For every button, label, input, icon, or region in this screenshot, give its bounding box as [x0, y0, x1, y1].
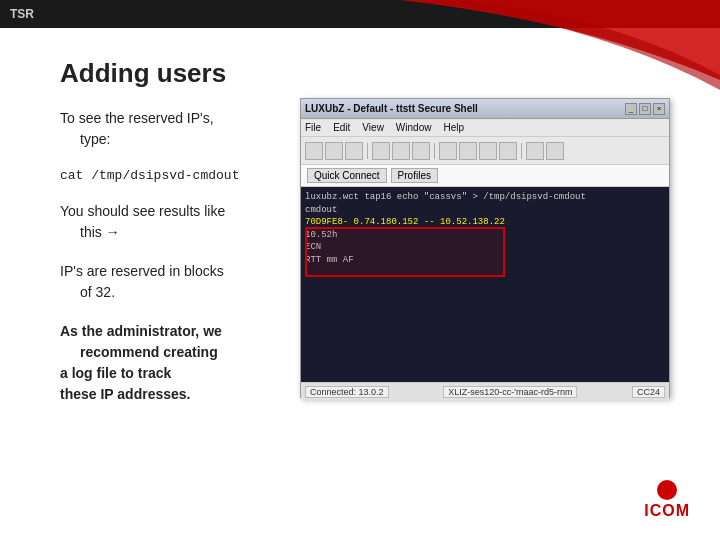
toolbar-separator-3 [521, 143, 522, 159]
toolbar-btn-4[interactable] [372, 142, 390, 160]
toolbar-btn-5[interactable] [392, 142, 410, 160]
highlight-box [305, 227, 505, 277]
icom-logo: ICOM [644, 480, 690, 520]
command-text: cat /tmp/dsipsvd-cmdout [60, 168, 239, 183]
icom-text: ICOM [644, 502, 690, 520]
toolbar-btn-11[interactable] [526, 142, 544, 160]
toolbar-separator-1 [367, 143, 368, 159]
terminal-address-bar: Quick Connect Profiles [301, 165, 669, 187]
profiles-button[interactable]: Profiles [391, 168, 438, 183]
menu-window[interactable]: Window [396, 122, 432, 133]
toolbar-btn-10[interactable] [499, 142, 517, 160]
reserved-ips-type: type: [80, 131, 110, 147]
left-panel: To see the reserved IP's, type: cat /tmp… [60, 108, 330, 423]
reserved-ips-text: To see the reserved IP's, [60, 110, 214, 126]
status-session: XLIZ-ses120-cc-'maac-rd5-rnm [443, 386, 577, 398]
results-this: this → [80, 224, 120, 240]
toolbar-btn-7[interactable] [439, 142, 457, 160]
terminal-toolbar [301, 137, 669, 165]
menu-edit[interactable]: Edit [333, 122, 350, 133]
ip-blocks-text: IP's are reserved in blocks [60, 263, 224, 279]
menu-file[interactable]: File [305, 122, 321, 133]
menu-help[interactable]: Help [443, 122, 464, 133]
terminal-line-1: luxubz.wct tap16 echo "cassvs" > /tmp/ds… [305, 191, 665, 204]
toolbar-btn-2[interactable] [325, 142, 343, 160]
toolbar-separator-2 [434, 143, 435, 159]
terminal-body: luxubz.wct tap16 echo "cassvs" > /tmp/ds… [301, 187, 669, 382]
toolbar-btn-1[interactable] [305, 142, 323, 160]
terminal-titlebar: LUXUbZ - Default - ttstt Secure Shell _ … [301, 99, 669, 119]
toolbar-btn-8[interactable] [459, 142, 477, 160]
ip-blocks-block: IP's are reserved in blocks of 32. [60, 261, 330, 303]
toolbar-btn-12[interactable] [546, 142, 564, 160]
main-content: Adding users To see the reserved IP's, t… [0, 28, 720, 540]
results-text: You should see results like [60, 203, 225, 219]
terminal-window: LUXUbZ - Default - ttstt Secure Shell _ … [300, 98, 670, 398]
reserved-ips-block: To see the reserved IP's, type: [60, 108, 330, 150]
admin-note-block: As the administrator, we recommend creat… [60, 321, 330, 405]
close-button[interactable]: × [653, 103, 665, 115]
terminal-controls[interactable]: _ □ × [625, 103, 665, 115]
admin-note-text: As the administrator, we recommend creat… [60, 323, 222, 402]
results-block: You should see results like this → [60, 201, 330, 243]
status-codec: CC24 [632, 386, 665, 398]
toolbar-btn-6[interactable] [412, 142, 430, 160]
maximize-button[interactable]: □ [639, 103, 651, 115]
terminal-line-2: cmdout [305, 204, 665, 217]
menu-view[interactable]: View [362, 122, 384, 133]
terminal-statusbar: Connected: 13.0.2 XLIZ-ses120-cc-'maac-r… [301, 382, 669, 400]
quick-connect-button[interactable]: Quick Connect [307, 168, 387, 183]
icom-circle-icon [657, 480, 677, 500]
terminal-title: LUXUbZ - Default - ttstt Secure Shell [305, 103, 478, 114]
toolbar-btn-3[interactable] [345, 142, 363, 160]
command-block: cat /tmp/dsipsvd-cmdout [60, 168, 330, 183]
terminal-menubar: File Edit View Window Help [301, 119, 669, 137]
ip-blocks-of32: of 32. [80, 284, 115, 300]
page-title: Adding users [60, 58, 670, 89]
toolbar-btn-9[interactable] [479, 142, 497, 160]
status-connected: Connected: 13.0.2 [305, 386, 389, 398]
minimize-button[interactable]: _ [625, 103, 637, 115]
